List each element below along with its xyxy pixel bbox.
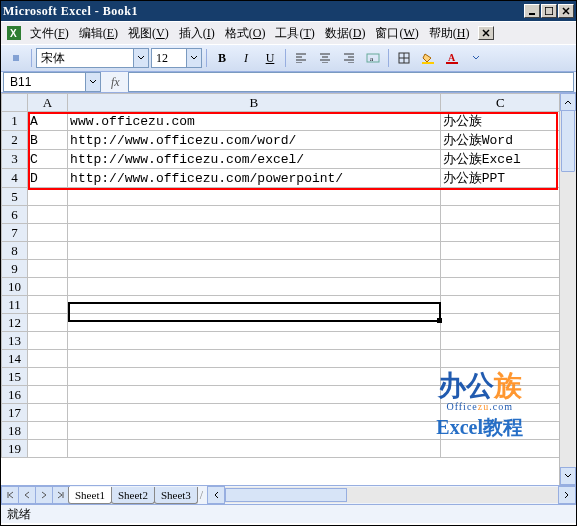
cell-A1[interactable]: A	[28, 112, 68, 131]
cell-C13[interactable]	[440, 332, 559, 350]
row-header[interactable]: 11	[2, 296, 28, 314]
align-center-button[interactable]	[314, 47, 336, 69]
cell-C11[interactable]	[440, 296, 559, 314]
menu-window[interactable]: 窗口(W)	[370, 23, 423, 44]
tab-nav-prev[interactable]	[18, 486, 36, 504]
cell-A7[interactable]	[28, 224, 68, 242]
sheet-tab-2[interactable]: Sheet2	[111, 487, 155, 504]
tab-nav-first[interactable]	[1, 486, 19, 504]
row-header[interactable]: 16	[2, 386, 28, 404]
cell-B3[interactable]: http://www.officezu.com/excel/	[68, 150, 441, 169]
cell-C17[interactable]	[440, 404, 559, 422]
sheet-tab-3[interactable]: Sheet3	[154, 487, 198, 504]
cell-C19[interactable]	[440, 440, 559, 458]
cell-C1[interactable]: 办公族	[440, 112, 559, 131]
align-left-button[interactable]	[290, 47, 312, 69]
cell-A18[interactable]	[28, 422, 68, 440]
row-header[interactable]: 18	[2, 422, 28, 440]
cell-A4[interactable]: D	[28, 169, 68, 188]
col-header-C[interactable]: C	[440, 94, 559, 112]
cell-B6[interactable]	[68, 206, 441, 224]
row-header[interactable]: 7	[2, 224, 28, 242]
row-header[interactable]: 2	[2, 131, 28, 150]
col-header-B[interactable]: B	[68, 94, 441, 112]
cell-C6[interactable]	[440, 206, 559, 224]
cell-A15[interactable]	[28, 368, 68, 386]
col-header-A[interactable]: A	[28, 94, 68, 112]
hscroll-thumb[interactable]	[225, 488, 347, 502]
menu-help[interactable]: 帮助(H)	[424, 23, 475, 44]
cell-A5[interactable]	[28, 188, 68, 206]
cell-C10[interactable]	[440, 278, 559, 296]
cell-C18[interactable]	[440, 422, 559, 440]
cell-A6[interactable]	[28, 206, 68, 224]
cell-B2[interactable]: http://www.officezu.com/word/	[68, 131, 441, 150]
font-name-combo[interactable]: 宋体	[36, 48, 149, 68]
row-header[interactable]: 8	[2, 242, 28, 260]
maximize-button[interactable]	[541, 4, 557, 18]
toolbar-overflow-icon[interactable]	[465, 47, 487, 69]
cell-A8[interactable]	[28, 242, 68, 260]
menu-insert[interactable]: 插入(I)	[174, 23, 220, 44]
row-header[interactable]: 4	[2, 169, 28, 188]
cell-C15[interactable]	[440, 368, 559, 386]
cell-C5[interactable]	[440, 188, 559, 206]
cell-B19[interactable]	[68, 440, 441, 458]
cell-C9[interactable]	[440, 260, 559, 278]
menu-view[interactable]: 视图(V)	[123, 23, 174, 44]
merge-center-button[interactable]: a	[362, 47, 384, 69]
cell-C7[interactable]	[440, 224, 559, 242]
fx-icon[interactable]: fx	[103, 75, 128, 90]
font-color-button[interactable]: A	[441, 47, 463, 69]
row-header[interactable]: 17	[2, 404, 28, 422]
scroll-thumb[interactable]	[561, 110, 575, 172]
cell-B18[interactable]	[68, 422, 441, 440]
cell-A19[interactable]	[28, 440, 68, 458]
row-header[interactable]: 9	[2, 260, 28, 278]
row-header[interactable]: 15	[2, 368, 28, 386]
fill-color-button[interactable]	[417, 47, 439, 69]
scroll-up-button[interactable]	[560, 93, 576, 111]
cell-B14[interactable]	[68, 350, 441, 368]
name-box[interactable]: B11	[3, 72, 101, 92]
sheet-tab-1[interactable]: Sheet1	[68, 487, 112, 504]
cell-A17[interactable]	[28, 404, 68, 422]
borders-button[interactable]	[393, 47, 415, 69]
row-header[interactable]: 10	[2, 278, 28, 296]
cell-B8[interactable]	[68, 242, 441, 260]
cell-B5[interactable]	[68, 188, 441, 206]
doc-close-button[interactable]	[478, 26, 494, 40]
minimize-button[interactable]	[524, 4, 540, 18]
cell-B9[interactable]	[68, 260, 441, 278]
tab-nav-next[interactable]	[35, 486, 53, 504]
row-header[interactable]: 5	[2, 188, 28, 206]
scroll-down-button[interactable]	[560, 467, 576, 485]
cell-B13[interactable]	[68, 332, 441, 350]
menu-file[interactable]: 文件(F)	[25, 23, 74, 44]
cell-A12[interactable]	[28, 314, 68, 332]
menu-edit[interactable]: 编辑(E)	[74, 23, 123, 44]
cell-A10[interactable]	[28, 278, 68, 296]
cell-C12[interactable]	[440, 314, 559, 332]
cell-A16[interactable]	[28, 386, 68, 404]
cell-A14[interactable]	[28, 350, 68, 368]
bold-button[interactable]: B	[211, 47, 233, 69]
cell-C4[interactable]: 办公族PPT	[440, 169, 559, 188]
italic-button[interactable]: I	[235, 47, 257, 69]
toolbar-options-icon[interactable]	[5, 47, 27, 69]
row-header[interactable]: 12	[2, 314, 28, 332]
row-header[interactable]: 14	[2, 350, 28, 368]
cell-B7[interactable]	[68, 224, 441, 242]
cell-C2[interactable]: 办公族Word	[440, 131, 559, 150]
cell-B17[interactable]	[68, 404, 441, 422]
select-all-corner[interactable]	[2, 94, 28, 112]
cell-B1[interactable]: www.officezu.com	[68, 112, 441, 131]
chevron-down-icon[interactable]	[85, 73, 100, 91]
cell-B10[interactable]	[68, 278, 441, 296]
cell-B16[interactable]	[68, 386, 441, 404]
formula-input[interactable]	[128, 72, 574, 92]
menu-format[interactable]: 格式(O)	[220, 23, 271, 44]
cell-C8[interactable]	[440, 242, 559, 260]
row-header[interactable]: 19	[2, 440, 28, 458]
font-size-combo[interactable]: 12	[151, 48, 202, 68]
